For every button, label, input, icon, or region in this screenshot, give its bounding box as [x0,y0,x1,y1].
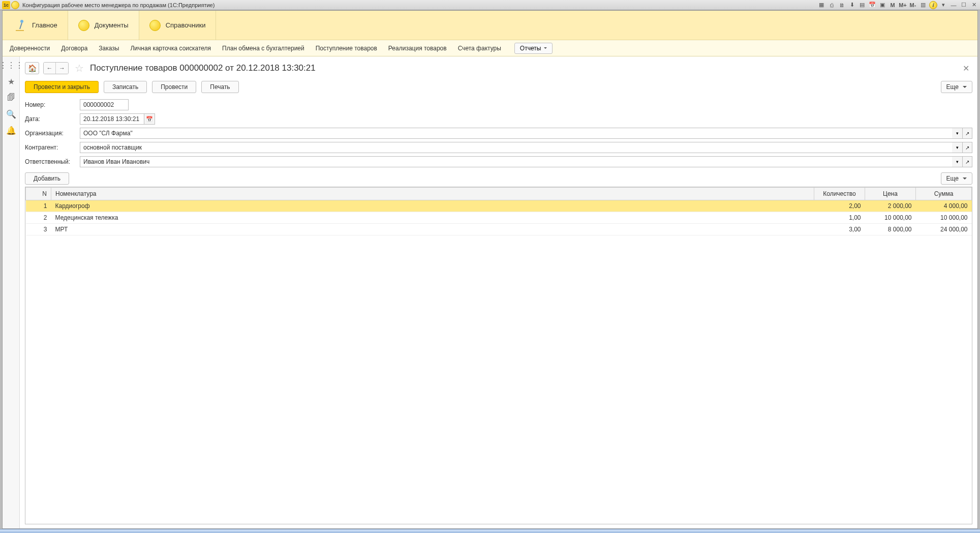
dropdown-icon[interactable]: ▾ [939,1,947,9]
sub-navigation: Доверенности Договора Заказы Личная карт… [3,40,977,56]
disc-icon [149,20,161,31]
print-button[interactable]: Печать [201,81,238,93]
organization-dropdown-icon[interactable]: ▾ [952,128,962,139]
panes-icon[interactable]: ▥ [919,1,927,9]
cell-quantity: 1,00 [814,212,865,224]
table-row[interactable]: 2Медецинская тележка1,0010 000,0010 000,… [26,212,972,224]
organization-input[interactable] [80,128,952,139]
more-label: Еще [946,83,959,91]
disc-icon [78,20,89,31]
info-icon[interactable]: i [929,1,937,9]
svg-point-0 [20,20,23,23]
more-actions-button[interactable]: Еще [941,81,972,93]
subnav-goods-receipt[interactable]: Поступление товаров [316,45,377,52]
cell-nomenclature: Кардиогроф [51,200,814,212]
write-button[interactable]: Записать [104,81,147,93]
subnav-orders[interactable]: Заказы [99,45,119,52]
col-header-nomenclature[interactable]: Номенклатура [51,188,814,200]
table-toolbar: Добавить Еще [25,172,972,185]
add-row-button[interactable]: Добавить [25,172,69,185]
memory-mplus-icon[interactable]: M+ [899,1,907,9]
nav-back-button[interactable]: ← [44,63,56,74]
subnav-candidate-card[interactable]: Личная карточка соискателя [130,45,211,52]
tab-catalogs-label: Справочники [166,21,206,29]
cell-price: 8 000,00 [865,224,916,235]
contractor-input[interactable] [80,142,952,153]
responsible-open-icon[interactable]: ↗ [962,156,972,167]
cell-price: 10 000,00 [865,212,916,224]
col-header-sum[interactable]: Сумма [916,188,972,200]
document-form: Номер: Дата: 📅 Организация: ▾ ↗ [25,99,972,167]
cell-sum: 24 000,00 [916,224,972,235]
search-icon[interactable]: 🔍 [7,109,16,119]
cell-nomenclature: МРТ [51,224,814,235]
responsible-label: Ответственный: [25,158,76,165]
contractor-dropdown-icon[interactable]: ▾ [952,142,962,153]
print-icon[interactable]: ⎙ [828,1,836,9]
post-and-close-button[interactable]: Провести и закрыть [25,81,99,93]
cell-sum: 4 000,00 [916,200,972,212]
table-row[interactable]: 1Кардиогроф2,002 000,004 000,00 [26,200,972,212]
apps-grid-icon[interactable]: ⋮⋮⋮ [7,61,16,70]
cell-nomenclature: Медецинская тележка [51,212,814,224]
table-row[interactable]: 3МРТ3,008 000,0024 000,00 [26,224,972,235]
os-titlebar: 1c Конфигурация рабочее место менеджера … [0,0,980,10]
reports-label: Отчеты [520,45,541,52]
subnav-invoices[interactable]: Счета фактуры [458,45,501,52]
calendar-icon[interactable]: 📅 [868,1,876,9]
cell-n: 1 [26,200,51,212]
app-frame: Главное Документы Справочники Довереннос… [2,10,978,529]
col-header-quantity[interactable]: Количество [814,188,865,200]
items-table[interactable]: N Номенклатура Количество Цена Сумма 1Ка… [25,187,972,524]
date-input[interactable] [80,113,144,125]
download-icon[interactable]: ⬇ [848,1,856,9]
doc-icon[interactable]: 🗎 [838,1,846,9]
table-more-button[interactable]: Еще [941,172,972,185]
number-label: Номер: [25,101,76,108]
subnav-exchange-plan[interactable]: План обмена с бухгалтерией [222,45,304,52]
cell-n: 3 [26,224,51,235]
favorite-toggle-icon[interactable]: ☆ [75,62,84,74]
tab-documents-label: Документы [95,21,129,29]
close-tab-button[interactable]: ✕ [960,64,972,73]
responsible-dropdown-icon[interactable]: ▾ [952,156,962,167]
content-area: ⋮⋮⋮ ★ 🗐 🔍 🔔 🏠 ← → ☆ Поступление товаров … [3,56,977,528]
nav-forward-button[interactable]: → [56,63,68,74]
contractor-open-icon[interactable]: ↗ [962,142,972,153]
minimize-button[interactable]: — [950,1,958,9]
responsible-input[interactable] [80,156,952,167]
notifications-bell-icon[interactable]: 🔔 [7,126,16,135]
post-button[interactable]: Провести [152,81,196,93]
organization-open-icon[interactable]: ↗ [962,128,972,139]
subnav-contracts[interactable]: Договора [61,45,87,52]
organization-label: Организация: [25,130,76,137]
grid-icon[interactable]: ▤ [858,1,866,9]
desk-lamp-icon [13,19,27,32]
action-bar: Провести и закрыть Записать Провести Печ… [25,81,972,93]
app-logo-icon: 1c [2,1,10,9]
toolbar-icon[interactable]: ▦ [817,1,825,9]
subnav-goods-sale[interactable]: Реализация товаров [388,45,447,52]
date-icon[interactable]: ▣ [878,1,886,9]
col-header-price[interactable]: Цена [865,188,916,200]
col-header-n[interactable]: N [26,188,51,200]
cell-price: 2 000,00 [865,200,916,212]
number-input[interactable] [80,99,129,110]
subnav-powers-of-attorney[interactable]: Доверенности [10,45,50,52]
calendar-picker-icon[interactable]: 📅 [144,113,155,125]
favorites-star-icon[interactable]: ★ [7,77,16,86]
reports-dropdown-button[interactable]: Отчеты [514,43,553,54]
table-more-label: Еще [946,175,959,182]
cell-n: 2 [26,212,51,224]
maximize-button[interactable]: ☐ [960,1,968,9]
page-title: Поступление товаров 000000002 от 20.12.2… [90,63,316,73]
tab-catalogs[interactable]: Справочники [139,11,217,40]
close-button[interactable]: ✕ [970,1,978,9]
memory-mminus-icon[interactable]: M- [909,1,917,9]
memory-m-icon[interactable]: M [889,1,897,9]
home-button[interactable]: 🏠 [25,62,39,74]
window-title: Конфигурация рабочее место менеджера по … [22,2,817,8]
clipboard-icon[interactable]: 🗐 [7,93,16,102]
tab-main[interactable]: Главное [3,11,68,40]
tab-documents[interactable]: Документы [68,11,139,40]
